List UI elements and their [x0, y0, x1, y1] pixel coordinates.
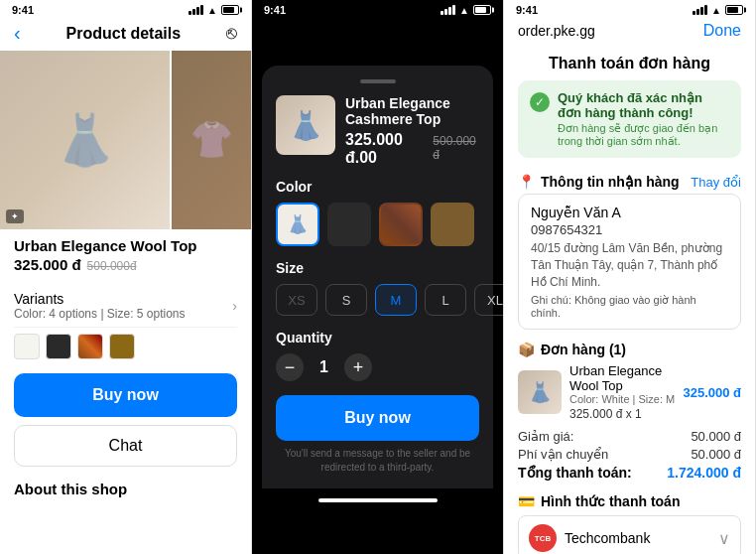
product-image-main: 👗 ✦	[0, 51, 170, 229]
swatch-brown[interactable]	[109, 334, 135, 359]
time-3: 9:41	[516, 4, 538, 16]
dark-spacer	[252, 18, 503, 58]
variants-label: Variants	[14, 291, 186, 307]
time-1: 9:41	[12, 4, 34, 16]
box-icon: 📦	[518, 342, 535, 357]
signal-icon	[189, 5, 203, 15]
size-xl[interactable]: XL	[474, 284, 504, 316]
quantity-label: Quantity	[276, 330, 479, 346]
modal-product-image: 👗	[276, 95, 335, 155]
color-options: 👗	[276, 203, 479, 246]
color-option-pattern[interactable]	[379, 203, 423, 246]
delivery-section-title: 📍 Thông tin nhận hàng	[518, 174, 680, 190]
phone3-order-confirmation: 9:41 ▲ order.pke.gg Done Thanh toán đơn …	[504, 0, 756, 554]
size-s[interactable]: S	[325, 284, 367, 316]
done-button[interactable]: Done	[703, 22, 741, 40]
back-button[interactable]: ‹	[14, 22, 21, 45]
discount-label: Giảm giá:	[518, 429, 573, 444]
size-l[interactable]: L	[425, 284, 466, 316]
color-option-brown[interactable]	[431, 203, 474, 246]
bank-name: Techcombank	[565, 530, 650, 546]
modal-buy-button[interactable]: Buy now	[276, 395, 479, 441]
modal-product-info: Urban Elegance Cashmere Top 325.000 đ.00…	[345, 95, 479, 167]
final-total-label: Tổng thanh toán:	[518, 465, 632, 481]
battery-icon-2	[473, 5, 491, 15]
price-row: 325.000 đ 500.000đ	[14, 256, 237, 273]
swatch-pattern[interactable]	[77, 334, 103, 359]
modal-product-row: 👗 Urban Elegance Cashmere Top 325.000 đ.…	[276, 95, 479, 167]
variants-row[interactable]: Variants Color: 4 options | Size: 5 opti…	[14, 285, 237, 328]
size-m[interactable]: M	[375, 284, 417, 316]
about-shop-heading: About this shop	[0, 471, 251, 507]
card-icon: 💳	[518, 493, 535, 509]
final-total-row: Tổng thanh toán: 1.724.000 đ	[518, 465, 741, 481]
status-bar-2: 9:41 ▲	[252, 0, 503, 18]
variants-sub: Color: 4 options | Size: 5 options	[14, 307, 186, 321]
order-domain: order.pke.gg	[518, 23, 595, 39]
product-image-side-placeholder: 👚	[172, 51, 251, 229]
color-swatches	[14, 334, 237, 359]
color-option-white[interactable]: 👗	[276, 203, 319, 246]
shipping-value: 50.000 đ	[691, 447, 741, 462]
order-totals: Giảm giá: 50.000 đ Phí vận chuyển 50.000…	[504, 425, 755, 487]
order-item-info: Urban Elegance Wool Top Color: White | S…	[569, 363, 675, 421]
product-original-price: 500.000đ	[87, 259, 137, 273]
page-title: Product details	[66, 25, 182, 43]
buy-now-button[interactable]: Buy now	[14, 373, 237, 417]
location-icon: 📍	[518, 174, 535, 190]
home-indicator	[318, 498, 438, 502]
bank-logo: TCB	[529, 524, 557, 552]
quantity-decrease-button[interactable]: −	[276, 353, 304, 381]
order-item-variant: Color: White | Size: M	[569, 393, 675, 405]
success-text: Quý khách đã xác nhận đơn hàng thành côn…	[558, 90, 729, 148]
final-total-value: 1.724.000 đ	[667, 465, 741, 481]
product-price: 325.000 đ	[14, 256, 81, 273]
size-xs[interactable]: XS	[276, 284, 317, 316]
image-tag: ✦	[6, 209, 24, 223]
size-label: Size	[276, 260, 479, 276]
share-button[interactable]: ⎋	[226, 23, 237, 44]
phone2-product-modal: 9:41 ▲ 👗 Urban Elegance Cashmere Top 325…	[252, 0, 504, 554]
address-full: 40/15 đường Lâm Văn Bền, phường Tân Thuậ…	[531, 240, 728, 290]
modal-product-name: Urban Elegance Cashmere Top	[345, 95, 479, 127]
payment-bank: TCB Techcombank	[529, 524, 650, 552]
modal-price-current: 325.000 đ.00	[345, 131, 427, 167]
time-2: 9:41	[264, 4, 286, 16]
delivery-section-header: 📍 Thông tin nhận hàng Thay đổi	[504, 168, 755, 194]
order-item-total: 325.000 đ	[683, 385, 741, 400]
order-items-section: 📦 Đơn hàng (1) 👗 Urban Elegance Wool Top…	[504, 338, 755, 425]
shipping-row: Phí vận chuyển 50.000 đ	[518, 447, 741, 462]
payment-chevron-icon: ∨	[718, 529, 730, 548]
status-icons-1: ▲	[189, 5, 239, 16]
modal-handle	[360, 79, 396, 83]
address-note: Ghi chú: Không giao vào giờ hành chính.	[531, 294, 728, 319]
modal-note: You'll send a message to the seller and …	[276, 447, 479, 475]
order-item: 👗 Urban Elegance Wool Top Color: White |…	[518, 363, 741, 421]
order-item-price: 325.000 đ x 1	[569, 407, 675, 421]
modal-price-row: 325.000 đ.00 500.000 đ	[345, 131, 479, 167]
wifi-icon: ▲	[207, 5, 217, 16]
product-images: 👗 ✦ 👚	[0, 51, 251, 229]
modal-img-placeholder: 👗	[276, 95, 335, 155]
payment-row[interactable]: TCB Techcombank ∨	[518, 515, 741, 554]
color-option-dark[interactable]	[327, 203, 371, 246]
order-header: order.pke.gg Done	[504, 18, 755, 48]
shipping-label: Phí vận chuyển	[518, 447, 608, 462]
quantity-value: 1	[319, 358, 328, 376]
payment-title: 💳 Hình thức thanh toán	[518, 493, 741, 509]
payment-section: 💳 Hình thức thanh toán TCB Techcombank ∨	[504, 487, 755, 554]
chat-button[interactable]: Chat	[14, 425, 237, 467]
battery-icon	[221, 5, 239, 15]
chevron-right-icon: ›	[232, 298, 237, 314]
modal-price-original: 500.000 đ	[433, 134, 479, 162]
swatch-white[interactable]	[14, 334, 40, 359]
product-details-header: ‹ Product details ⎋	[0, 18, 251, 51]
signal-icon-3	[693, 5, 707, 15]
product-image-side: 👚	[172, 51, 251, 229]
address-card: Nguyễn Văn A 0987654321 40/15 đường Lâm …	[518, 194, 741, 330]
quantity-increase-button[interactable]: +	[344, 353, 372, 381]
order-title: Thanh toán đơn hàng	[504, 48, 755, 80]
change-address-link[interactable]: Thay đổi	[691, 175, 741, 190]
swatch-dark[interactable]	[46, 334, 71, 359]
size-options: XS S M L XL	[276, 284, 479, 316]
